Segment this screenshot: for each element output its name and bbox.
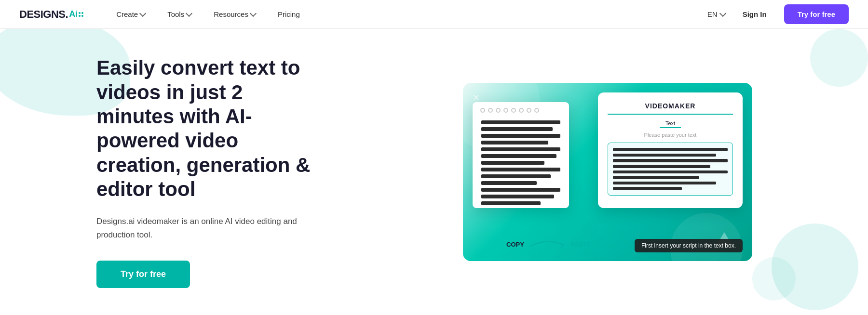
nav-item-tools[interactable]: Tools — [159, 6, 200, 22]
nav-item-pricing[interactable]: Pricing — [269, 6, 309, 22]
vm-paste-line-6 — [613, 176, 699, 179]
vm-hole-8 — [534, 108, 539, 113]
vm-line-3 — [481, 134, 560, 138]
vm-line-10 — [481, 181, 537, 185]
nav-links: Create Tools Resources Pricing — [108, 6, 707, 22]
logo-text: DESIGNS. — [19, 8, 68, 21]
try-free-nav-button[interactable]: Try for free — [784, 4, 849, 24]
nav-item-resources[interactable]: Resources — [205, 6, 264, 22]
vm-text-lines — [478, 118, 563, 208]
vm-paste-line-8 — [613, 187, 682, 190]
vm-copy-paste-area: COPY PASTE — [506, 239, 591, 249]
vm-line-5 — [481, 147, 560, 151]
vm-line-11 — [481, 188, 560, 192]
try-free-hero-button[interactable]: Try for free — [96, 261, 190, 288]
vm-paste-line-5 — [613, 171, 728, 174]
vm-copy-label: COPY — [506, 241, 524, 248]
vm-hole-3 — [496, 108, 501, 113]
hero-section: Easily convert text to videos in just 2 … — [0, 29, 868, 315]
vm-paste-line-7 — [613, 182, 716, 185]
sign-in-button[interactable]: Sign In — [735, 6, 774, 22]
vm-line-4 — [481, 141, 548, 144]
vm-tooltip: First insert your script in the text box… — [635, 239, 743, 252]
vm-line-12 — [481, 195, 554, 198]
videomaker-mockup: ✕ ✕ — [463, 83, 752, 261]
vm-line-8 — [481, 168, 560, 171]
hero-image-container: ✕ ✕ — [318, 29, 868, 315]
vm-paste-label: PASTE — [570, 241, 591, 248]
lang-chevron-icon — [719, 10, 726, 17]
vm-notebook-holes — [478, 108, 563, 113]
navbar: DESIGNS. Ai Create Tools Resources — [0, 0, 868, 29]
vm-paste-line-2 — [613, 154, 716, 157]
vm-paste-line-1 — [613, 148, 728, 151]
vm-card-tabs: Text — [608, 119, 733, 128]
vm-card: VIDEOMAKER Text Please paste your text — [598, 92, 743, 208]
nav-right: EN Sign In Try for free — [707, 4, 849, 24]
resources-chevron-icon — [250, 10, 257, 17]
vm-notebook-card — [473, 102, 569, 208]
hero-content: Easily convert text to videos in just 2 … — [96, 56, 318, 288]
vm-arrow-icon — [528, 239, 567, 249]
vm-paste-line-3 — [613, 159, 728, 162]
logo-dots — [79, 12, 83, 17]
vm-placeholder-text: Please paste your text — [608, 132, 733, 138]
logo-ai: Ai — [69, 9, 77, 19]
vm-hole-2 — [488, 108, 493, 113]
vm-line-9 — [481, 174, 551, 178]
vm-hole-4 — [503, 108, 508, 113]
vm-line-2 — [481, 127, 553, 131]
vm-paste-area — [608, 143, 733, 196]
vm-close-icon-1: ✕ — [473, 92, 480, 103]
vm-line-7 — [481, 161, 544, 165]
language-selector[interactable]: EN — [707, 10, 725, 18]
hero-title: Easily convert text to videos in just 2 … — [96, 56, 318, 201]
vm-paste-line-4 — [613, 165, 710, 168]
vm-hole-5 — [511, 108, 516, 113]
vm-hole-6 — [519, 108, 524, 113]
vm-line-1 — [481, 120, 560, 124]
logo[interactable]: DESIGNS. Ai — [19, 8, 83, 21]
tools-chevron-icon — [186, 10, 192, 17]
nav-item-create[interactable]: Create — [108, 6, 154, 22]
create-chevron-icon — [139, 10, 146, 17]
vm-card-title: VIDEOMAKER — [608, 102, 733, 115]
vm-hole-7 — [527, 108, 531, 113]
vm-hole-1 — [480, 108, 485, 113]
vm-line-13 — [481, 201, 541, 205]
vm-tab-text[interactable]: Text — [660, 119, 681, 128]
vm-line-6 — [481, 154, 556, 158]
hero-description: Designs.ai videomaker is an online AI vi… — [96, 215, 318, 241]
